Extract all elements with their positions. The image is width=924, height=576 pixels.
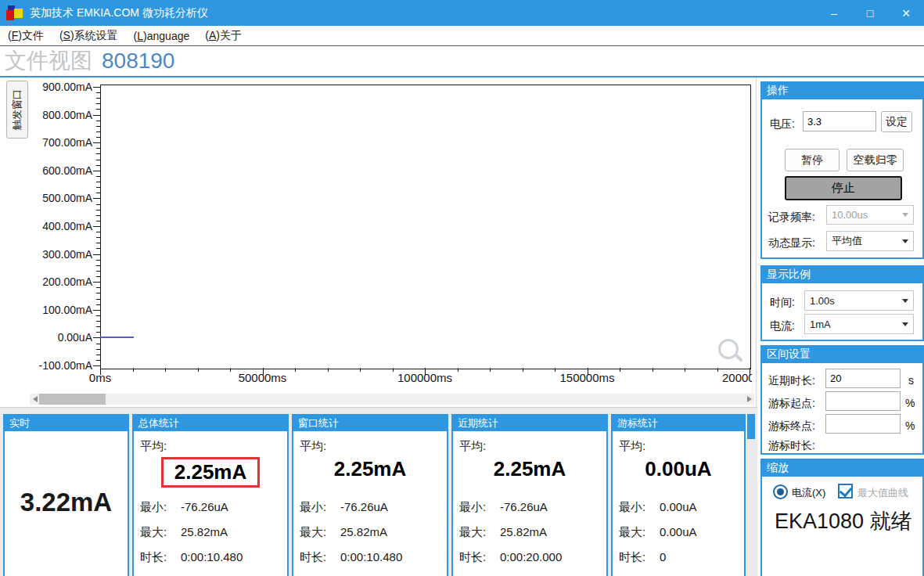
tick [93,142,100,143]
h-scrollbar-track[interactable] [30,394,754,405]
view-label: 文件视图 [5,46,92,76]
ylab: 300.00mA [0,248,92,261]
tick [96,355,100,355]
chevron-down-icon [902,299,908,303]
stat-row: 最大:25.82mA [140,525,287,540]
stat-row: 时长:0:00:10.480 [140,550,287,565]
avg-label: 平均: [140,439,287,454]
pause-button[interactable]: 暂停 [785,149,840,171]
cursor-avg-value: 0.00uA [645,457,711,481]
menu-bar: (F)文件 (S)系统设置 (L)anguage (A)关于 [0,26,924,46]
max-curve-checkbox[interactable] [838,484,853,499]
tick [96,126,100,127]
tick [93,282,100,283]
tick [93,365,100,366]
no-load-zero-button[interactable]: 空载归零 [847,149,904,171]
stats-region: 实时 3.22mA 总体统计 平均: 2.25mA 最小:-76.26uA 最大… [0,407,757,576]
ylab: 800.00mA [0,109,92,122]
stat-row: 最大:25.82mA [300,525,447,540]
tick [96,304,100,305]
tick [96,349,100,350]
close-icon[interactable]: ✕ [888,0,924,26]
scroll-right-icon[interactable] [744,394,754,405]
record-rate-label: 记录频率: [768,211,815,225]
menu-system-settings[interactable]: (S)系统设置 [52,29,126,43]
ylab: 400.00mA [0,220,92,233]
tick [93,115,100,116]
recent-duration-unit: s [908,374,914,387]
avg-label: 平均: [619,439,744,454]
plot-area[interactable] [100,85,751,369]
xlab: 50000ms [224,371,302,384]
tick [96,221,100,221]
tick [96,248,100,249]
stat-row: 时长:0:00:20.000 [459,550,606,565]
stat-row: 最小:-76.26uA [300,500,447,515]
page-title: 文件视图 808190 [5,48,174,74]
current-scale-dropdown[interactable]: 1mA [804,314,914,334]
dynamic-display-dropdown[interactable]: 平均值 [826,231,914,251]
set-button[interactable]: 设定 [881,111,912,132]
ylab: 100.00mA [0,304,92,317]
window-title: 英加技术 EMKIA.COM 微功耗分析仪 [30,6,208,20]
cursor-start-input[interactable] [825,391,901,411]
stat-row: 时长:0 [619,550,744,565]
ylab: 600.00mA [0,164,92,178]
tick [93,87,100,88]
menu-about[interactable]: (A)关于 [197,29,250,43]
minimize-icon[interactable]: – [816,0,852,26]
avg-label: 平均: [300,439,447,454]
tick [96,131,100,132]
maximize-icon[interactable]: □ [852,0,888,26]
stop-button[interactable]: 停止 [785,176,902,200]
section-interval-header: 区间设置 [760,345,924,363]
tick [96,193,100,193]
time-scale-dropdown[interactable]: 1.00s [804,290,914,311]
tick [96,92,100,93]
stat-row: 最小:-76.26uA [140,500,287,515]
h-scrollbar-thumb[interactable] [39,394,106,405]
stat-row: 最大:25.82mA [459,525,606,540]
tick [93,171,100,171]
panel-overall-stats: 总体统计 平均: 2.25mA 最小:-76.26uA 最大:25.82mA 时… [132,414,289,576]
xlab: 200000ms [710,371,752,384]
ylab: 900.00mA [0,81,92,94]
panel-cursor-stats: 游标统计 平均: 0.00uA 最小:0.00uA 最大:0.00uA 时长:0… [611,414,746,576]
current-x-radio[interactable] [773,484,788,499]
menu-file[interactable]: (F)文件 [0,29,52,43]
scroll-left-icon[interactable] [30,394,40,405]
tick [96,232,100,232]
menu-language[interactable]: (L)anguage [126,30,198,42]
tick [93,198,100,199]
panel-window-title: 窗口统计 [293,416,447,431]
panel-realtime: 实时 3.22mA [3,414,129,576]
cursor-end-label: 游标终点: [768,419,815,434]
x-axis-labels: 0ms50000ms100000ms150000ms200000ms [0,371,752,388]
tick [96,148,100,149]
recent-duration-input[interactable] [825,369,901,388]
tick [96,243,100,243]
tick [96,121,100,121]
recent-avg-value: 2.25mA [494,457,566,481]
current-scale-label: 电流: [770,319,795,333]
ylab: 500.00mA [0,192,92,205]
tick [96,360,100,361]
tick [96,182,100,182]
voltage-input[interactable] [803,111,876,131]
cursor-end-input[interactable] [825,414,901,434]
tick [96,321,100,322]
panel-window-stats: 窗口统计 平均: 2.25mA 最小:-76.26uA 最大:25.82mA 时… [292,414,448,576]
magnifier-icon [718,339,745,365]
record-rate-dropdown[interactable]: 10.00us [826,205,914,225]
realtime-value: 3.22mA [5,488,128,517]
highlight-box: 2.25mA [161,457,261,488]
tick [93,310,100,311]
tick [93,254,100,255]
chevron-down-icon [902,239,908,243]
stat-row: 最大:0.00uA [619,525,744,540]
tick [96,299,100,300]
voltage-label: 电压: [770,117,795,131]
device-status: EKA1080 就绪 [775,507,912,535]
tick [96,237,100,238]
avg-label: 平均: [459,439,606,454]
